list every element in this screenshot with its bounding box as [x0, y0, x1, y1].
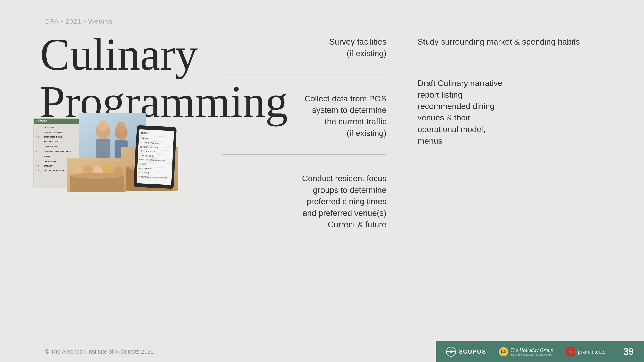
- breadcrumb: DFA • 2021 • Webinar: [45, 18, 115, 25]
- process-item-draft: Draft Culinary narrativereport listingre…: [418, 77, 598, 161]
- collect-text: Collect data from POSsystem to determine…: [222, 93, 386, 139]
- tablet-screen: SCOPOS 1.0 KEY PLAN 2.0 DINING PROGRAM 3…: [137, 129, 174, 185]
- process-item-survey: Survey facilities(if existing): [222, 36, 386, 75]
- process-area: Survey facilities(if existing) Collect d…: [222, 36, 616, 246]
- study-text: Study surrounding market & spending habi…: [418, 36, 598, 48]
- left-process-column: Survey facilities(if existing) Collect d…: [222, 36, 402, 246]
- hg-badge: HG: [499, 347, 508, 356]
- footer-logos: SCOPOS HG The Holladay Group hospitality…: [436, 341, 644, 362]
- footer: © The American Institute of Architects 2…: [0, 341, 644, 362]
- svg-point-28: [450, 350, 452, 353]
- slide: DFA • 2021 • Webinar Culinary Programmin…: [0, 0, 644, 362]
- svg-point-24: [71, 173, 122, 179]
- pi-text: pi architects: [578, 349, 605, 355]
- page-number: 39: [623, 346, 634, 357]
- right-process-column: Study surrounding market & spending habi…: [402, 36, 598, 246]
- process-item-conduct: Conduct resident focusgroups to determin…: [222, 173, 386, 246]
- image-collage: ✦ SCOPOS 1.0KEY PLAN 2.0DINING PROGRAM 3…: [33, 113, 198, 191]
- scopos-icon: [446, 347, 456, 357]
- survey-text: Survey facilities(if existing): [222, 36, 386, 59]
- svg-point-21: [104, 165, 113, 174]
- scopos-doc-logo: ✦ SCOPOS: [36, 120, 47, 123]
- svg-rect-3: [96, 139, 110, 158]
- copyright-text: © The American Institute of Architects 2…: [45, 348, 154, 355]
- svg-point-6: [116, 122, 126, 132]
- process-item-study: Study surrounding market & spending habi…: [418, 36, 598, 62]
- svg-point-5: [98, 120, 108, 131]
- holladay-sub-text: hospitality consulting for senior living: [510, 353, 553, 356]
- pi-logo: π pi architects: [566, 347, 605, 356]
- holladay-logo: HG The Holladay Group hospitality consul…: [499, 347, 553, 356]
- tablet-mockup: SCOPOS 1.0 KEY PLAN 2.0 DINING PROGRAM 3…: [134, 125, 177, 189]
- scopos-logo: SCOPOS: [446, 347, 486, 357]
- draft-text: Draft Culinary narrativereport listingre…: [418, 77, 598, 147]
- photo-group-dining: [67, 158, 126, 192]
- pi-box-icon: π: [566, 347, 575, 356]
- scopos-text: SCOPOS: [459, 348, 486, 355]
- process-item-collect: Collect data from POSsystem to determine…: [222, 93, 386, 155]
- svg-text:couple: couple: [98, 152, 106, 155]
- holladay-main-text: The Holladay Group: [510, 347, 553, 353]
- conduct-text: Conduct resident focusgroups to determin…: [222, 173, 386, 230]
